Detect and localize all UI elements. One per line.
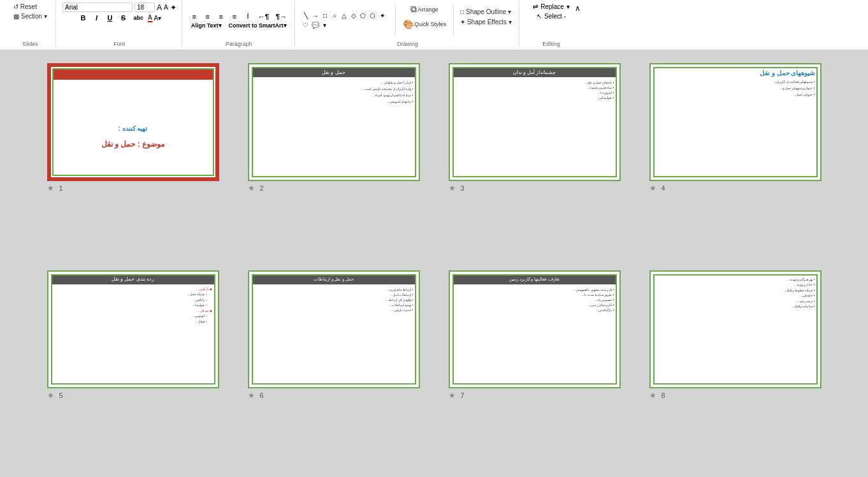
slide2-body: • ابزار با حمل و نقلهایی ... • واژه کارب… bbox=[249, 77, 419, 108]
editing-group-content: ⇄ Replace ▾ ↖ Select - ∧ bbox=[526, 3, 577, 46]
slide-thumb-5[interactable]: رده بندی حمل و نقل ◆ بار کشی... ○ شبکه ح… bbox=[47, 270, 219, 388]
slide-container-8: • بهرهبرگیری بهینه ... • عادل و روزبه...… bbox=[641, 270, 829, 465]
slide4-body: • شیوههایی فعالیت از کاربران... • عنوان … bbox=[651, 79, 820, 97]
italic-button[interactable]: I bbox=[90, 13, 102, 22]
slide8-body: • بهرهبرگیری بهینه ... • عادل و روزبه...… bbox=[651, 272, 820, 314]
slide1-header-bar bbox=[52, 68, 214, 80]
decrease-font-icon[interactable]: A bbox=[164, 4, 168, 11]
slide-footer-6: ★ 6 bbox=[248, 391, 420, 400]
align-left-button[interactable]: ≡ bbox=[189, 12, 200, 21]
slide5-number: 5 bbox=[59, 392, 63, 399]
paragraph-group-content: ≡ ≡ ≡ ≡ ⁝ ←¶ ¶→ Align Text▾ Convert to S… bbox=[189, 3, 289, 46]
strikethrough-button[interactable]: S bbox=[117, 13, 129, 22]
font-size-input[interactable] bbox=[134, 3, 155, 12]
arrow-shape[interactable]: → bbox=[311, 11, 320, 20]
editing-group: ⇄ Replace ▾ ↖ Select - ∧ Editing bbox=[521, 1, 582, 47]
rtl-button[interactable]: ←¶ bbox=[256, 12, 271, 21]
slide-container-1: تهيه كننده : موضوع : حمل و نقل ★ 1 bbox=[39, 63, 227, 258]
arrange-quickstyle: ⧉ Arrange 🎨 Quick Styles bbox=[400, 3, 449, 38]
star-shape[interactable]: ✦ bbox=[378, 11, 387, 20]
oval-shape[interactable]: ○ bbox=[330, 11, 339, 20]
slide-footer-8: ★ 8 bbox=[649, 391, 821, 400]
callout-shape[interactable]: 💬 bbox=[311, 21, 320, 30]
font-format-row: B I U S abc A A▾ bbox=[77, 13, 161, 22]
pentagon-shape[interactable]: ⬠ bbox=[359, 11, 368, 20]
abc-button[interactable]: abc bbox=[131, 14, 146, 22]
shape-outline-dropdown: ▾ bbox=[508, 8, 511, 15]
slide-footer-7: ★ 7 bbox=[449, 391, 621, 400]
select-button[interactable]: ↖ Select - bbox=[534, 12, 568, 20]
editing-group-label: Editing bbox=[542, 41, 560, 47]
bold-button[interactable]: B bbox=[77, 13, 89, 22]
slide5-header: رده بندی حمل و نقل bbox=[51, 274, 215, 284]
triangle-shape[interactable]: △ bbox=[340, 11, 349, 20]
slide2-header: حمل و نقل bbox=[252, 67, 416, 77]
shape-outline-effects: □ Shape Outline ▾ ✦ Shape Effects ▾ bbox=[458, 8, 514, 34]
slide-footer-2: ★ 2 bbox=[248, 184, 420, 193]
slide6-star: ★ bbox=[248, 391, 255, 400]
slide7-header-text: تعارف، فعالیتها و کاربرد زمین bbox=[509, 277, 560, 282]
diamond-shape[interactable]: ◇ bbox=[349, 11, 358, 20]
align-text-button[interactable]: Align Text▾ bbox=[189, 22, 224, 29]
collapse-ribbon-button[interactable]: ∧ bbox=[575, 4, 581, 13]
slide-container-7: تعارف، فعالیتها و کاربرد زمین • یک زمینه… bbox=[440, 270, 628, 465]
more-shapes[interactable]: ▾ bbox=[321, 21, 329, 30]
shape-effects-button[interactable]: ✦ Shape Effects ▾ bbox=[458, 18, 514, 26]
slide-thumb-1[interactable]: تهيه كننده : موضوع : حمل و نقل bbox=[47, 63, 219, 181]
slide2-header-text: حمل و نقل bbox=[322, 70, 345, 75]
arrange-button[interactable]: ⧉ Arrange bbox=[400, 3, 449, 16]
shape-outline-button[interactable]: □ Shape Outline ▾ bbox=[458, 8, 514, 16]
drawing-group-content: ╲ → □ ○ △ ◇ ⬠ ⬡ ✦ ♡ 💬 ▾ ⧉ A bbox=[301, 3, 514, 46]
section-button[interactable]: ▦ Section ▾ bbox=[11, 12, 49, 20]
reset-button[interactable]: ↺ Reset bbox=[11, 3, 39, 11]
slide3-body: • راه‌های حمل و نقل... • سادهترین شیوه .… bbox=[450, 77, 619, 103]
font-name-input[interactable] bbox=[62, 3, 133, 12]
slide1-title: تهيه كننده : bbox=[119, 125, 148, 132]
drawing-group-label: Drawing bbox=[397, 41, 418, 47]
slide-container-6: حمل و نقل و ارتباطات • ارتباط جابجایی و … bbox=[240, 270, 428, 465]
clear-format-icon[interactable]: ✦ bbox=[170, 3, 177, 12]
columns-button[interactable]: ⁝ bbox=[242, 11, 254, 21]
slide-thumb-8[interactable]: • بهرهبرگیری بهینه ... • عادل و روزبه...… bbox=[649, 270, 821, 388]
shape-effects-icon: ✦ bbox=[460, 18, 465, 26]
section-dropdown-icon: ▾ bbox=[44, 13, 47, 20]
slide5-body: ◆ بار کشی... ○ شبکه حمل... ○ راه‌آهن... … bbox=[48, 284, 218, 328]
font-group: A A ✦ B I U S abc A A▾ Font bbox=[57, 1, 182, 47]
quick-styles-button[interactable]: 🎨 Quick Styles bbox=[400, 18, 449, 31]
slide-thumb-7[interactable]: تعارف، فعالیتها و کاربرد زمین • یک زمینه… bbox=[449, 270, 621, 388]
paragraph-buttons: ≡ ≡ ≡ ≡ ⁝ ←¶ ¶→ Align Text▾ Convert to S… bbox=[189, 11, 289, 29]
slide-footer-5: ★ 5 bbox=[47, 391, 219, 400]
replace-button[interactable]: ⇄ Replace ▾ bbox=[530, 3, 572, 11]
underline-button[interactable]: U bbox=[104, 13, 115, 22]
heart-shape[interactable]: ♡ bbox=[301, 21, 310, 30]
slide-thumb-6[interactable]: حمل و نقل و ارتباطات • ارتباط جابجایی و … bbox=[248, 270, 420, 388]
ribbon-row: ↺ Reset ▦ Section ▾ Slides A A ✦ bbox=[5, 1, 863, 47]
slide-thumb-4[interactable]: شيوههای حمل و نقل • شیوههایی فعالیت از ک… bbox=[649, 63, 821, 181]
slide-thumb-2[interactable]: حمل و نقل • ابزار با حمل و نقلهایی ... •… bbox=[248, 63, 420, 181]
align-center-button[interactable]: ≡ bbox=[202, 12, 213, 21]
ltr-button[interactable]: ¶→ bbox=[273, 12, 289, 21]
section-icon: ▦ bbox=[13, 13, 19, 20]
replace-icon: ⇄ bbox=[533, 3, 538, 10]
slide-thumb-3[interactable]: چشمانداز آمل و ندان • راه‌های حمل و نقل.… bbox=[449, 63, 621, 181]
justify-button[interactable]: ≡ bbox=[229, 12, 240, 21]
main-area: تهيه كننده : موضوع : حمل و نقل ★ 1 حمل و… bbox=[0, 50, 868, 477]
indent-row: Align Text▾ Convert to SmartArt▾ bbox=[189, 22, 289, 29]
slide7-star: ★ bbox=[449, 391, 456, 400]
ribbon: ↺ Reset ▦ Section ▾ Slides A A ✦ bbox=[0, 0, 868, 50]
line-shape[interactable]: ╲ bbox=[301, 11, 310, 20]
slide4-number: 4 bbox=[662, 184, 665, 192]
text-highlight-button[interactable]: A▾ bbox=[154, 15, 162, 22]
hexagon-shape[interactable]: ⬡ bbox=[368, 11, 377, 20]
slide7-number: 7 bbox=[461, 392, 465, 399]
rect-shape[interactable]: □ bbox=[321, 11, 329, 20]
arrange-icon: ⧉ bbox=[410, 4, 417, 15]
align-right-button[interactable]: ≡ bbox=[215, 12, 227, 21]
slide5-header-text: رده بندی حمل و نقل bbox=[112, 276, 154, 282]
font-color-picker[interactable]: A bbox=[148, 14, 152, 22]
increase-font-icon[interactable]: A bbox=[157, 3, 162, 12]
slide4-title: شيوههای حمل و نقل bbox=[656, 70, 815, 77]
font-name-row: A A ✦ bbox=[62, 3, 177, 12]
convert-smartart-button[interactable]: Convert to SmartArt▾ bbox=[226, 22, 289, 29]
replace-dropdown: ▾ bbox=[567, 3, 570, 10]
